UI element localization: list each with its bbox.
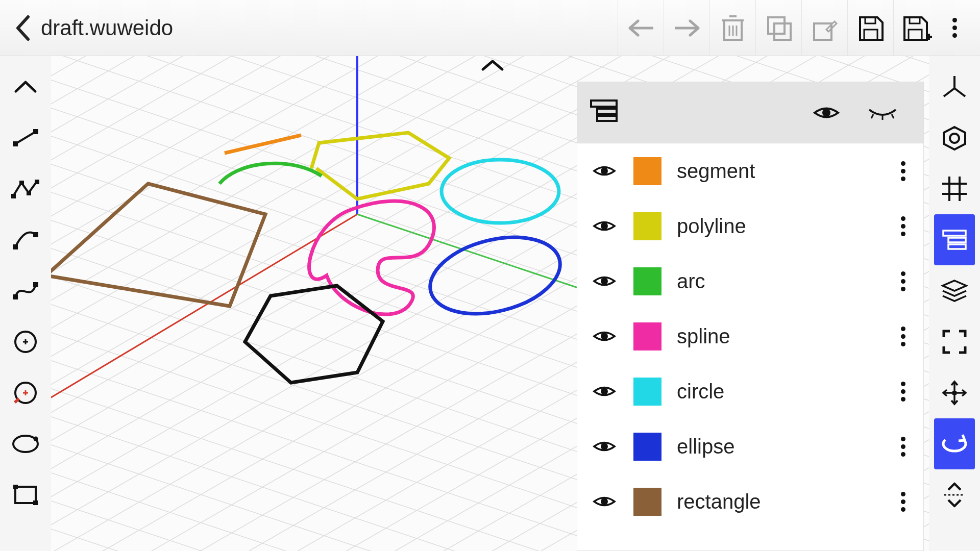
left-toolbar (0, 56, 51, 551)
layer-menu-button[interactable] (895, 382, 911, 402)
fullscreen-icon[interactable] (934, 316, 975, 367)
layer-menu-button[interactable] (895, 161, 911, 181)
spline-tool[interactable] (5, 265, 46, 316)
shape-segment[interactable] (225, 135, 301, 153)
grid-toggle-icon[interactable] (934, 163, 975, 214)
rectangle-tool[interactable] (5, 469, 46, 520)
svg-rect-24 (13, 244, 18, 249)
layers-stack-icon[interactable] (934, 265, 975, 316)
layer-color-swatch[interactable] (633, 322, 662, 350)
hide-all-button[interactable] (867, 106, 898, 120)
layer-menu-button[interactable] (895, 216, 911, 236)
shape-ellipse[interactable] (422, 225, 568, 327)
save-as-button[interactable] (893, 0, 939, 56)
layers-list: segmentpolylinearcsplinecircleellipserec… (577, 143, 923, 550)
layer-visibility-toggle[interactable] (590, 439, 618, 454)
menu-button[interactable] (939, 0, 970, 56)
svg-rect-49 (943, 231, 966, 236)
svg-rect-21 (19, 181, 24, 185)
layer-visibility-toggle[interactable] (590, 218, 618, 234)
layer-name: segment (677, 160, 895, 183)
flip-vertical-icon[interactable] (934, 469, 975, 520)
svg-point-251 (601, 388, 608, 395)
layer-menu-button[interactable] (895, 437, 911, 457)
circle-edge-tool[interactable] (5, 367, 46, 418)
layer-row[interactable]: segment (577, 143, 923, 198)
polyline-tool[interactable] (5, 163, 46, 214)
layer-row[interactable]: arc (577, 254, 923, 309)
line-tool[interactable] (5, 112, 46, 163)
layers-panel-button[interactable] (934, 214, 975, 265)
back-button[interactable] (10, 15, 36, 41)
svg-line-246 (892, 114, 894, 118)
svg-point-252 (601, 443, 608, 450)
arc-tool[interactable] (5, 214, 46, 265)
layer-visibility-toggle[interactable] (590, 329, 618, 344)
layer-row[interactable]: circle (577, 364, 923, 419)
layer-menu-button[interactable] (895, 492, 911, 512)
layer-color-swatch[interactable] (633, 212, 662, 240)
svg-line-239 (357, 214, 602, 296)
svg-rect-8 (768, 17, 785, 34)
layer-row[interactable]: rectangle (577, 474, 923, 529)
axes-view-icon[interactable] (934, 61, 975, 112)
svg-point-247 (601, 167, 608, 174)
shape-polyline[interactable] (311, 133, 449, 199)
top-toolbar: draft.wuweido (0, 0, 980, 56)
show-all-button[interactable] (811, 104, 842, 121)
layer-visibility-toggle[interactable] (590, 494, 618, 509)
layer-visibility-toggle[interactable] (590, 163, 618, 179)
layer-visibility-toggle[interactable] (590, 384, 618, 399)
svg-rect-22 (27, 191, 31, 195)
collapse-canvas-button[interactable] (480, 58, 505, 74)
layer-color-swatch[interactable] (633, 157, 662, 185)
svg-point-250 (601, 333, 608, 340)
svg-line-244 (871, 114, 873, 118)
svg-rect-51 (948, 244, 966, 249)
save-button[interactable] (847, 0, 893, 56)
svg-point-44 (950, 134, 959, 143)
rotate-icon[interactable] (934, 418, 975, 469)
layers-panel-header (577, 82, 923, 143)
layer-name: circle (677, 380, 895, 403)
delete-button[interactable] (709, 0, 755, 56)
move-icon[interactable] (934, 367, 975, 418)
layer-color-swatch[interactable] (633, 488, 662, 516)
svg-line-41 (944, 88, 954, 96)
svg-point-253 (601, 498, 608, 505)
right-toolbar (929, 56, 980, 551)
redo-button[interactable] (664, 0, 709, 56)
svg-rect-13 (909, 30, 922, 40)
layers-header-icon (590, 98, 618, 127)
layer-color-swatch[interactable] (633, 433, 662, 461)
ellipse-tool[interactable] (5, 418, 46, 469)
shape-arc[interactable] (219, 163, 322, 184)
svg-rect-25 (33, 232, 38, 237)
layer-row[interactable]: polyline (577, 198, 923, 254)
shape-hexagon[interactable] (245, 286, 383, 383)
layer-menu-button[interactable] (895, 271, 911, 291)
undo-button[interactable] (618, 0, 664, 56)
svg-point-248 (601, 222, 608, 230)
inspect-icon[interactable] (934, 112, 975, 163)
circle-tool[interactable] (5, 316, 46, 367)
svg-rect-37 (15, 487, 36, 503)
layer-color-swatch[interactable] (633, 378, 662, 406)
svg-point-249 (601, 278, 608, 285)
edit-button[interactable] (801, 0, 847, 56)
shape-spline[interactable] (309, 201, 434, 314)
layer-row[interactable]: spline (577, 309, 923, 364)
layer-visibility-toggle[interactable] (590, 273, 618, 289)
collapse-up-icon[interactable] (5, 61, 46, 112)
svg-rect-240 (591, 101, 617, 107)
svg-rect-55 (952, 391, 957, 395)
svg-rect-241 (597, 109, 617, 114)
shape-circle[interactable] (442, 160, 559, 223)
svg-marker-43 (944, 127, 965, 149)
layer-row[interactable]: ellipse (577, 419, 923, 474)
layer-menu-button[interactable] (895, 327, 911, 346)
svg-rect-50 (948, 238, 966, 242)
svg-rect-18 (13, 141, 18, 146)
layer-color-swatch[interactable] (633, 267, 662, 295)
copy-button[interactable] (755, 0, 801, 56)
